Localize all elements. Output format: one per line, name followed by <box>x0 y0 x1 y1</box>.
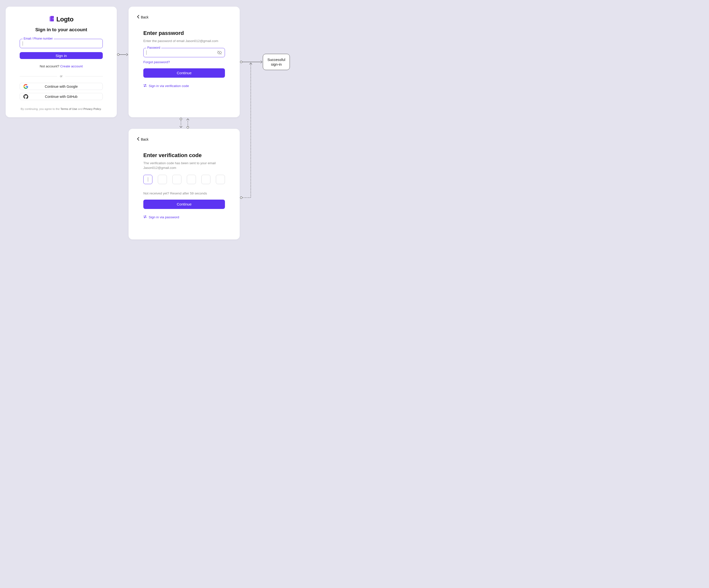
text-caret-icon <box>23 41 23 46</box>
arrow-password-verify-bidir <box>179 118 190 129</box>
text-caret-icon <box>146 50 147 55</box>
signin-title: Sign in to your account <box>35 27 87 32</box>
chevron-left-icon <box>137 137 139 141</box>
back-button[interactable]: Back <box>137 137 225 141</box>
eye-off-icon[interactable] <box>217 50 222 55</box>
create-account-link[interactable]: Create account <box>60 64 83 68</box>
identifier-field-wrap: Email / Phone number <box>20 39 103 48</box>
verification-card: Back Enter verification code The verific… <box>129 129 240 239</box>
terms-of-use-link[interactable]: Terms of Use <box>60 107 77 110</box>
svg-point-3 <box>117 54 119 56</box>
alt-label: Sign in via verification code <box>149 84 189 88</box>
or-divider: or <box>20 75 103 78</box>
google-signin-button[interactable]: Continue with Google <box>20 83 103 90</box>
terms-line: By continuing, you agree to the Terms of… <box>21 107 102 110</box>
arrow-verify-to-success <box>240 62 253 199</box>
signin-card: Logto Sign in to your account Email / Ph… <box>6 7 117 117</box>
google-button-label: Continue with Google <box>45 85 78 88</box>
github-button-label: Continue with GitHub <box>45 95 77 99</box>
password-continue-button[interactable]: Continue <box>143 68 225 78</box>
divider-label: or <box>60 75 63 78</box>
code-digit-4[interactable] <box>187 175 196 184</box>
logo-row: Logto <box>49 16 74 23</box>
alt-label: Sign in via password <box>149 215 179 219</box>
arrow-signin-to-password <box>117 53 128 56</box>
code-digit-1[interactable] <box>143 175 152 184</box>
identifier-label: Email / Phone number <box>23 37 54 40</box>
signin-button[interactable]: Sign in <box>20 52 103 59</box>
verify-title: Enter verification code <box>143 152 225 159</box>
svg-rect-2 <box>53 18 53 19</box>
password-helper: Enter the password of email Jason012@gma… <box>143 39 225 44</box>
code-input-row <box>143 175 225 184</box>
switch-icon <box>143 84 147 88</box>
code-digit-6[interactable] <box>216 175 225 184</box>
forgot-password-link[interactable]: Forgot password? <box>143 60 225 64</box>
no-account-text: Not account? <box>40 64 60 68</box>
resend-line: Not received yet? Resend after 59 second… <box>143 191 225 195</box>
back-button[interactable]: Back <box>137 15 225 19</box>
google-icon <box>23 84 28 89</box>
success-label: Successful sign-in <box>263 57 290 67</box>
password-email: Jason012@gmail.com <box>185 39 218 43</box>
verify-helper: The verification code has been sent to y… <box>143 161 225 170</box>
switch-icon <box>143 215 147 219</box>
verify-continue-button[interactable]: Continue <box>143 199 225 209</box>
svg-point-7 <box>180 118 182 120</box>
code-digit-5[interactable] <box>201 175 210 184</box>
code-digit-2[interactable] <box>158 175 167 184</box>
logo-text: Logto <box>56 16 74 23</box>
password-label: Password <box>146 46 161 49</box>
github-signin-button[interactable]: Continue with GitHub <box>20 93 103 100</box>
create-account-line: Not account? Create account <box>40 64 83 68</box>
github-icon <box>23 94 28 99</box>
signin-via-code-link[interactable]: Sign in via verification code <box>143 84 225 88</box>
password-title: Enter password <box>143 30 225 36</box>
success-node: Successful sign-in <box>263 54 290 70</box>
back-label: Back <box>141 137 149 141</box>
code-digit-3[interactable] <box>172 175 181 184</box>
svg-point-11 <box>240 197 242 198</box>
svg-point-9 <box>187 126 189 128</box>
chevron-left-icon <box>137 15 139 19</box>
password-field-wrap: Password <box>143 48 225 57</box>
privacy-policy-link[interactable]: Privacy Policy <box>83 107 101 110</box>
logto-logo-icon <box>49 16 54 23</box>
back-label: Back <box>141 15 149 19</box>
signin-via-password-link[interactable]: Sign in via password <box>143 215 225 219</box>
verify-email: Jason012@gmail.com <box>143 166 176 169</box>
password-card: Back Enter password Enter the password o… <box>129 7 240 117</box>
